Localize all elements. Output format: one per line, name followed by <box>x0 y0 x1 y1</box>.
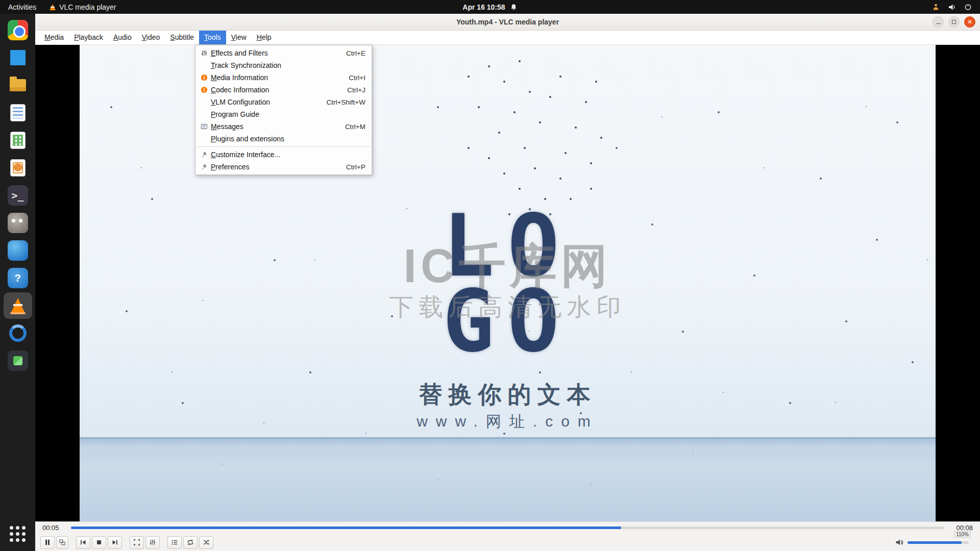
libreoffice-impress-icon <box>10 159 26 177</box>
loop-button[interactable] <box>183 536 198 549</box>
dock-item-help[interactable]: ? <box>4 265 32 291</box>
watermark-main: IC千库网 <box>80 235 936 298</box>
elapsed-time: 00:05 <box>42 524 65 532</box>
stop-button[interactable] <box>92 536 106 549</box>
menu-item-codec-information[interactable]: Codec Information Ctrl+J <box>195 84 372 96</box>
maximize-button[interactable] <box>948 16 960 28</box>
volume-percent-label: 110% <box>954 531 971 538</box>
dock-item-blue-sphere-app[interactable] <box>4 237 32 264</box>
files-icon <box>8 75 28 95</box>
seek-slider[interactable] <box>71 527 944 529</box>
water-surface <box>80 437 936 521</box>
dock-item-impress[interactable] <box>4 155 32 181</box>
playlist-button[interactable] <box>167 536 182 549</box>
software-store-icon <box>8 350 28 371</box>
menu-item-effects-and-filters[interactable]: Effects and Filters Ctrl+E <box>195 47 372 59</box>
menu-item-plugins-and-extensions[interactable]: Plugins and extensions <box>195 133 372 145</box>
previous-button[interactable] <box>76 536 90 549</box>
menu-subtitle[interactable]: Subtitle <box>165 31 199 44</box>
dock-item-files[interactable] <box>4 72 32 98</box>
equalizer-icon <box>199 49 210 57</box>
extended-settings-button[interactable] <box>145 536 160 549</box>
focused-app-indicator[interactable]: VLC media player <box>44 3 121 11</box>
system-status-area[interactable] <box>932 3 980 11</box>
vscode-icon <box>8 47 28 68</box>
dock-item-chrome[interactable] <box>4 17 32 43</box>
close-button[interactable]: ✕ <box>964 16 975 28</box>
activities-button[interactable]: Activities <box>0 0 44 14</box>
gimp-icon <box>8 213 28 233</box>
dock-item-calc[interactable] <box>4 127 32 154</box>
titlebar[interactable]: Youth.mp4 - VLC media player ✕ <box>35 14 980 31</box>
volume-fill <box>908 541 962 544</box>
seek-fill <box>71 527 621 529</box>
system-top-bar: Activities VLC media player Apr 16 10:58 <box>0 0 980 14</box>
volume-slider[interactable] <box>908 541 969 544</box>
app-grid-icon <box>10 526 26 542</box>
libreoffice-writer-icon <box>10 104 26 121</box>
menu-media[interactable]: Media <box>39 31 69 44</box>
menu-item-media-information[interactable]: Media Information Ctrl+I <box>195 71 372 84</box>
particle-burst <box>80 45 82 47</box>
wrench-icon <box>199 151 210 159</box>
watermark-sub: 下载后高清无水印 <box>80 291 936 323</box>
help-icon: ? <box>8 268 28 288</box>
menu-separator <box>196 146 371 147</box>
blue-sphere-app-icon <box>8 240 28 261</box>
video-site-url: www.网址.com <box>80 411 936 432</box>
dock-item-gimp[interactable] <box>4 210 32 236</box>
dock-item-swirl-app[interactable] <box>4 320 32 346</box>
vlc-cone-icon <box>50 4 56 10</box>
messages-icon <box>199 122 210 131</box>
menu-item-preferences[interactable]: Preferences Ctrl+P <box>195 161 372 173</box>
menu-item-vlm-configuration[interactable]: VLM Configuration Ctrl+Shift+W <box>195 96 372 108</box>
vlc-icon <box>8 295 28 316</box>
menu-video[interactable]: Video <box>137 31 165 44</box>
libreoffice-calc-icon <box>10 132 26 149</box>
video-region: LO GO IC千库网 下载后高清无水印 替换你的文本 www.网址.com <box>35 45 980 521</box>
tools-dropdown-menu: Effects and Filters Ctrl+E Track Synchro… <box>195 45 372 175</box>
menu-audio[interactable]: Audio <box>108 31 137 44</box>
focused-app-name: VLC media player <box>59 3 116 11</box>
clock-button[interactable]: Apr 16 10:58 <box>462 3 517 11</box>
menubar: Media Playback Audio Video Subtitle Tool… <box>35 31 980 45</box>
speaker-icon <box>895 538 903 546</box>
minimize-button[interactable] <box>933 16 944 28</box>
info-icon <box>199 86 210 94</box>
bell-icon <box>510 4 518 11</box>
menu-item-customize-interface[interactable]: Customize Interface... <box>195 148 372 161</box>
chrome-icon <box>8 20 28 40</box>
dock-item-software-store[interactable] <box>4 347 32 374</box>
dock-item-writer[interactable] <box>4 99 32 126</box>
volume-icon <box>948 3 956 11</box>
total-time: 00:08 <box>950 524 973 532</box>
menu-tools[interactable]: Tools <box>199 31 226 44</box>
random-button[interactable] <box>199 536 213 549</box>
player-controls: 00:05 00:08 <box>35 521 980 551</box>
dock-item-vscode[interactable] <box>4 44 32 71</box>
menu-help[interactable]: Help <box>252 31 277 44</box>
next-button[interactable] <box>108 536 122 549</box>
info-icon <box>199 73 210 82</box>
menu-playback[interactable]: Playback <box>69 31 108 44</box>
clock-text: Apr 16 10:58 <box>462 3 505 11</box>
wrench-icon <box>199 163 210 171</box>
dock-item-vlc[interactable] <box>4 292 32 319</box>
notifier-person-icon <box>932 3 940 11</box>
menu-item-messages[interactable]: Messages Ctrl+M <box>195 120 372 133</box>
volume-control: 110% <box>895 538 975 546</box>
terminal-icon: >_ <box>8 185 28 206</box>
show-applications-button[interactable] <box>4 520 32 547</box>
vlc-window: Youth.mp4 - VLC media player ✕ Media Pla… <box>35 14 980 551</box>
pause-button[interactable] <box>40 536 55 549</box>
window-title: Youth.mp4 - VLC media player <box>456 18 559 26</box>
dock-item-terminal[interactable]: >_ <box>4 182 32 209</box>
menu-view[interactable]: View <box>226 31 252 44</box>
menu-item-program-guide[interactable]: Program Guide <box>195 108 372 120</box>
power-icon <box>964 3 972 11</box>
swirl-app-icon <box>9 324 27 342</box>
fullscreen-button[interactable] <box>130 536 144 549</box>
dock: >_ ? <box>0 14 35 551</box>
ab-loop-button[interactable] <box>56 536 68 549</box>
menu-item-track-synchronization[interactable]: Track Synchronization <box>195 59 372 71</box>
